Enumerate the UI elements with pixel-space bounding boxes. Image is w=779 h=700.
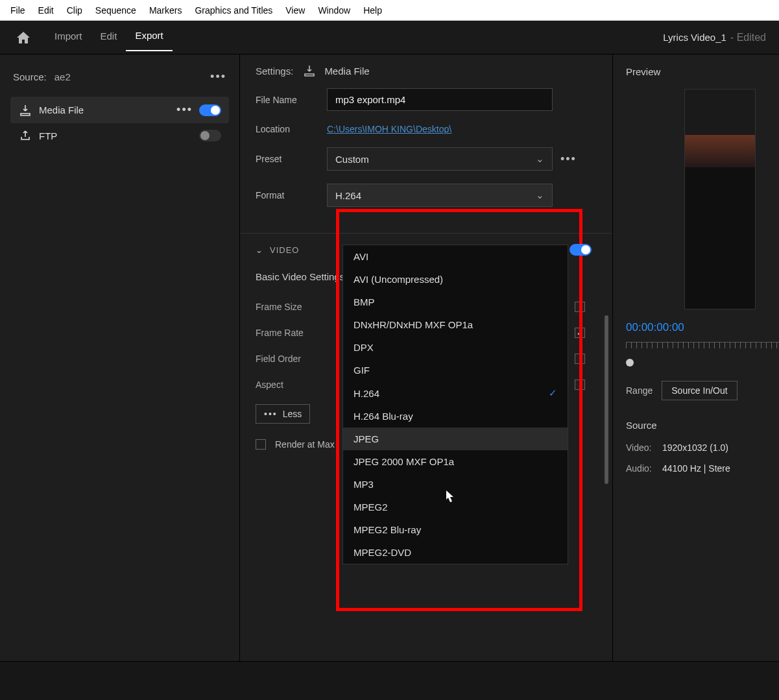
filename-label: File Name bbox=[256, 95, 327, 105]
framerate-checkbox[interactable] bbox=[575, 328, 585, 338]
preset-select[interactable]: Custom ⌄ bbox=[327, 147, 553, 171]
format-option-label: DNxHR/DNxHD MXF OP1a bbox=[354, 319, 473, 330]
aspect-label: Aspect bbox=[256, 380, 333, 390]
settings-target: Media File bbox=[324, 66, 369, 77]
dest-toggle[interactable] bbox=[199, 104, 221, 116]
format-option-label: MPEG2 Blu-ray bbox=[354, 524, 421, 535]
range-label: Range bbox=[626, 385, 653, 396]
format-option[interactable]: JPEG bbox=[343, 428, 568, 450]
location-link[interactable]: C:\Users\IMOH KING\Desktop\ bbox=[327, 124, 451, 134]
settings-label: Settings: bbox=[256, 66, 293, 77]
dest-toggle[interactable] bbox=[199, 130, 221, 141]
chevron-down-icon: ⌄ bbox=[536, 189, 544, 201]
project-edited: - Edited bbox=[730, 32, 766, 43]
format-option-label: DPX bbox=[354, 342, 374, 353]
video-toggle[interactable] bbox=[569, 244, 592, 256]
check-icon: ✓ bbox=[549, 387, 557, 399]
format-option-label: BMP bbox=[354, 296, 375, 308]
tab-import[interactable]: Import bbox=[45, 24, 91, 51]
project-name: Lyrics Video_1 bbox=[663, 32, 726, 43]
menu-file[interactable]: File bbox=[4, 3, 32, 18]
menu-view[interactable]: View bbox=[279, 3, 311, 18]
render-checkbox[interactable] bbox=[256, 439, 266, 450]
framesize-checkbox[interactable] bbox=[575, 302, 585, 312]
preset-more-icon[interactable]: ••• bbox=[560, 152, 577, 166]
chevron-down-icon[interactable]: ⌄ bbox=[256, 245, 263, 255]
chevron-down-icon: ⌄ bbox=[536, 153, 544, 165]
format-option-label: JPEG 2000 MXF OP1a bbox=[354, 456, 454, 467]
preview-thumbnail bbox=[684, 89, 756, 309]
format-option[interactable]: AVI bbox=[343, 245, 568, 268]
app-header: Import Edit Export Lyrics Video_1 - Edit… bbox=[0, 21, 779, 54]
source-value: ae2 bbox=[54, 71, 210, 82]
tab-export[interactable]: Export bbox=[126, 23, 172, 51]
format-option[interactable]: MPEG2-DVD bbox=[343, 541, 568, 564]
format-dropdown[interactable]: AVIAVI (Uncompressed)BMPDNxHR/DNxHD MXF … bbox=[342, 245, 568, 564]
preset-value: Custom bbox=[335, 154, 369, 165]
fieldorder-checkbox[interactable] bbox=[575, 354, 585, 364]
render-label: Render at Max bbox=[275, 439, 335, 450]
less-label: Less bbox=[283, 409, 302, 419]
download-icon bbox=[304, 65, 318, 77]
format-option-label: MP3 bbox=[354, 479, 374, 490]
format-option-label: AVI bbox=[354, 251, 368, 262]
format-select[interactable]: H.264 ⌄ bbox=[327, 184, 553, 207]
audio-value: 44100 Hz | Stere bbox=[662, 463, 730, 474]
video-key: Video: bbox=[626, 442, 662, 453]
home-icon[interactable] bbox=[13, 27, 34, 48]
center-panel: Settings: Media File File Name Location … bbox=[240, 54, 613, 661]
right-panel: Preview 00:00:00:00 Range Source In/Out … bbox=[613, 54, 779, 661]
os-menu-bar: File Edit Clip Sequence Markers Graphics… bbox=[0, 0, 779, 21]
ellipsis-icon: ••• bbox=[264, 409, 278, 419]
filename-input[interactable] bbox=[327, 88, 553, 111]
dest-label: FTP bbox=[39, 130, 199, 141]
format-option-label: H.264 Blu-ray bbox=[354, 411, 413, 422]
format-option-label: MPEG2 bbox=[354, 501, 388, 513]
audio-key: Audio: bbox=[626, 463, 662, 474]
less-button[interactable]: ••• Less bbox=[256, 404, 310, 424]
timeline-ruler[interactable] bbox=[626, 342, 779, 355]
menu-help[interactable]: Help bbox=[357, 3, 389, 18]
dest-ftp[interactable]: FTP bbox=[10, 123, 229, 148]
format-option[interactable]: DNxHR/DNxHD MXF OP1a bbox=[343, 313, 568, 336]
format-option[interactable]: JPEG 2000 MXF OP1a bbox=[343, 450, 568, 473]
framesize-label: Frame Size bbox=[256, 302, 333, 312]
range-select[interactable]: Source In/Out bbox=[662, 381, 737, 400]
menu-markers[interactable]: Markers bbox=[143, 3, 189, 18]
menu-edit[interactable]: Edit bbox=[32, 3, 60, 18]
dest-more-icon[interactable]: ••• bbox=[176, 103, 193, 117]
format-label: Format bbox=[256, 190, 327, 200]
scrollbar[interactable] bbox=[605, 315, 608, 484]
menu-window[interactable]: Window bbox=[311, 3, 357, 18]
format-option-label: GIF bbox=[354, 365, 370, 376]
format-option[interactable]: GIF bbox=[343, 359, 568, 381]
aspect-checkbox[interactable] bbox=[575, 380, 585, 390]
format-option[interactable]: BMP bbox=[343, 291, 568, 313]
format-option-label: H.264 bbox=[354, 388, 379, 399]
cursor-icon bbox=[441, 489, 457, 507]
menu-graphics[interactable]: Graphics and Titles bbox=[188, 3, 279, 18]
format-option-label: MPEG2-DVD bbox=[354, 547, 411, 558]
dest-label: Media File bbox=[39, 104, 176, 115]
bottom-bar bbox=[0, 661, 779, 700]
preset-label: Preset bbox=[256, 154, 327, 164]
format-option[interactable]: AVI (Uncompressed) bbox=[343, 268, 568, 291]
format-option[interactable]: H.264 Blu-ray bbox=[343, 405, 568, 428]
menu-clip[interactable]: Clip bbox=[60, 3, 89, 18]
playhead-icon[interactable] bbox=[626, 359, 634, 367]
format-option-label: AVI (Uncompressed) bbox=[354, 274, 443, 285]
format-option[interactable]: H.264✓ bbox=[343, 381, 568, 405]
video-value: 1920x1032 (1.0) bbox=[662, 442, 728, 453]
download-icon bbox=[18, 104, 32, 116]
timecode: 00:00:00:00 bbox=[626, 321, 779, 334]
format-option[interactable]: DPX bbox=[343, 336, 568, 359]
left-panel: Source: ae2 ••• Media File ••• FTP bbox=[0, 54, 240, 661]
source-label: Source: bbox=[13, 71, 47, 82]
menu-sequence[interactable]: Sequence bbox=[89, 3, 143, 18]
source-title: Source bbox=[626, 420, 779, 431]
dest-media-file[interactable]: Media File ••• bbox=[10, 97, 229, 123]
tab-edit[interactable]: Edit bbox=[91, 24, 126, 51]
fieldorder-label: Field Order bbox=[256, 354, 333, 364]
format-option[interactable]: MPEG2 Blu-ray bbox=[343, 518, 568, 541]
source-more-icon[interactable]: ••• bbox=[210, 70, 226, 84]
